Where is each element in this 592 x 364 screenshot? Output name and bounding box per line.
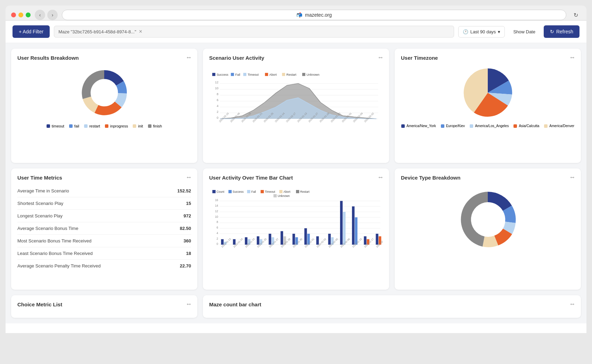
metric-avg-time: Average Time in Scenario 152.52 bbox=[17, 185, 191, 197]
svg-rect-79 bbox=[269, 234, 271, 245]
svg-text:16: 16 bbox=[215, 198, 219, 202]
card-header: Choice Metric List ⤢ bbox=[17, 301, 191, 307]
svg-rect-94 bbox=[364, 236, 366, 245]
user-time-metrics-card: User Time Metrics ⤢ Average Time in Scen… bbox=[11, 168, 197, 290]
svg-text:2: 2 bbox=[216, 237, 218, 240]
svg-text:4: 4 bbox=[217, 104, 219, 108]
svg-text:6: 6 bbox=[216, 226, 218, 229]
legend-ny: America/New_York bbox=[401, 124, 436, 128]
svg-text:12: 12 bbox=[215, 209, 219, 213]
metric-value: 18 bbox=[186, 251, 191, 256]
svg-rect-88 bbox=[328, 234, 331, 245]
card-title: Device Type Breakdown bbox=[401, 175, 460, 181]
card-header: Maze count bar chart ⤢ bbox=[209, 301, 575, 307]
svg-text:8: 8 bbox=[216, 220, 218, 224]
traffic-lights bbox=[11, 13, 31, 17]
legend-calcutta: Asia/Calcutta bbox=[513, 124, 539, 128]
svg-text:Unknown: Unknown bbox=[306, 73, 319, 76]
scenario-activity-svg: Success Fail Timeout Abort Restart Unkno… bbox=[209, 65, 383, 155]
metric-label: Average Scenario Penalty Time Received bbox=[17, 263, 101, 268]
card-header: Device Type Breakdown ⤢ bbox=[401, 175, 575, 181]
legend-la: America/Los_Angeles bbox=[470, 124, 509, 128]
browser-chrome: ‹ › 📬 mazetec.org ↻ bbox=[6, 6, 586, 20]
expand-icon[interactable]: ⤢ bbox=[569, 174, 576, 181]
legend-dot bbox=[441, 124, 444, 128]
reload-button[interactable]: ↻ bbox=[570, 10, 581, 20]
metric-avg-penalty: Average Scenario Penalty Time Received 2… bbox=[17, 260, 191, 272]
legend-denver: America/Denver bbox=[544, 124, 574, 128]
url-text: mazetec.org bbox=[305, 12, 332, 18]
svg-rect-48 bbox=[279, 190, 282, 193]
legend-dot bbox=[148, 124, 151, 128]
svg-text:Count: Count bbox=[216, 190, 224, 193]
bar-chart: Count Success Fail Timeout Abort Restart bbox=[209, 185, 383, 283]
svg-text:2: 2 bbox=[217, 110, 219, 114]
svg-rect-83 bbox=[293, 234, 295, 245]
forward-button[interactable]: › bbox=[47, 10, 58, 20]
svg-rect-91 bbox=[343, 212, 345, 245]
expand-icon[interactable]: ⤢ bbox=[569, 301, 576, 308]
metrics-list: Average Time in Scenario 152.52 Shortest… bbox=[17, 185, 191, 272]
legend-dot bbox=[105, 124, 108, 128]
expand-icon[interactable]: ⤢ bbox=[186, 301, 192, 308]
svg-rect-81 bbox=[281, 231, 283, 245]
card-title: Scenario User Activity bbox=[209, 55, 264, 61]
expand-icon[interactable]: ⤢ bbox=[186, 174, 192, 181]
user-results-donut bbox=[73, 65, 135, 121]
svg-text:Fail: Fail bbox=[251, 190, 256, 193]
time-selector[interactable]: 🕐 Last 90 days ▾ bbox=[458, 26, 505, 38]
legend-dot bbox=[401, 124, 405, 128]
svg-text:Abort: Abort bbox=[269, 73, 277, 76]
svg-text:Success: Success bbox=[216, 73, 228, 76]
area-chart: Success Fail Timeout Abort Restart Unkno… bbox=[209, 65, 383, 157]
refresh-button[interactable]: ↻ Refresh bbox=[544, 25, 579, 38]
metric-label: Shortest Scenario Play bbox=[17, 201, 63, 206]
svg-rect-0 bbox=[212, 73, 215, 76]
add-filter-button[interactable]: + Add Filter bbox=[13, 25, 50, 38]
expand-icon[interactable]: ⤢ bbox=[377, 174, 384, 181]
metric-least-bonus: Least Scenario Bonus Time Received 18 bbox=[17, 247, 191, 260]
svg-text:6: 6 bbox=[217, 98, 219, 102]
address-bar[interactable]: 📬 mazetec.org bbox=[62, 10, 566, 20]
favicon: 📬 bbox=[296, 12, 302, 18]
card-header: User Time Metrics ⤢ bbox=[17, 175, 191, 181]
card-title: User Results Breakdown bbox=[17, 55, 79, 61]
close-button[interactable] bbox=[11, 13, 16, 17]
svg-text:2020-02-15: 2020-02-15 bbox=[219, 112, 229, 123]
device-type-svg bbox=[453, 185, 523, 254]
expand-icon[interactable]: ⤢ bbox=[186, 54, 192, 61]
donut-legend: timeout fail restart inprogress bbox=[47, 124, 162, 128]
metric-value: 152.52 bbox=[177, 188, 191, 193]
card-title: User Time Metrics bbox=[17, 175, 62, 181]
show-date-button[interactable]: Show Date bbox=[509, 26, 540, 37]
legend-dot bbox=[69, 124, 73, 128]
metric-most-bonus: Most Scenario Bonus Time Received 360 bbox=[17, 235, 191, 247]
metric-label: Most Scenario Bonus Time Received bbox=[17, 238, 91, 243]
back-button[interactable]: ‹ bbox=[35, 10, 45, 20]
chart-legend: Success Fail Timeout Abort Restart Unkno… bbox=[212, 73, 320, 76]
svg-text:Abort: Abort bbox=[283, 190, 291, 193]
metric-value: 15 bbox=[186, 201, 191, 206]
svg-text:0: 0 bbox=[216, 242, 218, 246]
timezone-legend: America/New_York Europe/Kiev America/Los… bbox=[401, 124, 574, 128]
filter-tag: Maze "32bc7265-b914-458d-8974-8..." × bbox=[54, 26, 454, 38]
legend-dot bbox=[47, 124, 50, 128]
y-axis: 12 10 8 6 4 2 0 bbox=[215, 81, 219, 119]
expand-icon[interactable]: ⤢ bbox=[569, 54, 576, 61]
minimize-button[interactable] bbox=[18, 13, 23, 17]
expand-icon[interactable]: ⤢ bbox=[377, 54, 384, 61]
metric-value: 360 bbox=[183, 238, 191, 243]
device-donut bbox=[401, 185, 575, 254]
svg-rect-96 bbox=[376, 234, 378, 245]
legend-inprogress: inprogress bbox=[105, 124, 128, 128]
svg-text:14: 14 bbox=[215, 204, 219, 207]
legend-kiev: Europe/Kiev bbox=[441, 124, 465, 128]
filter-close-button[interactable]: × bbox=[139, 29, 142, 34]
svg-rect-90 bbox=[340, 201, 343, 245]
svg-text:4: 4 bbox=[216, 231, 218, 235]
device-type-card: Device Type Breakdown ⤢ bbox=[395, 168, 581, 290]
user-results-card: User Results Breakdown ⤢ bbox=[11, 49, 197, 163]
svg-text:0: 0 bbox=[217, 116, 219, 119]
svg-rect-75 bbox=[245, 237, 247, 245]
maximize-button[interactable] bbox=[26, 13, 31, 17]
